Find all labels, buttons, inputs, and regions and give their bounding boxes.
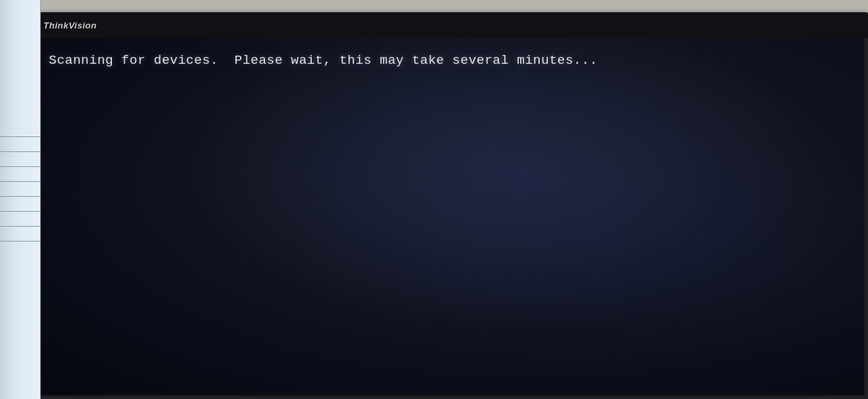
- monitor-top-bar: ThinkVision: [33, 12, 868, 38]
- paper-line: [0, 137, 41, 152]
- screen-glow: [37, 38, 864, 395]
- svg-point-2: [350, 323, 351, 324]
- paper-line: [0, 122, 41, 137]
- monitor-brand-logo: ThinkVision: [43, 20, 97, 31]
- svg-point-8: [566, 198, 566, 199]
- paper-line: [0, 227, 41, 242]
- paper-line: [0, 212, 41, 227]
- svg-point-9: [781, 323, 782, 324]
- monitor: ThinkVision Scanning for devices. Please…: [33, 12, 868, 399]
- screen-scratches: [37, 38, 864, 395]
- photo-wrapper: ThinkVision Scanning for devices. Please…: [0, 0, 868, 399]
- svg-line-5: [458, 263, 475, 288]
- svg-point-3: [698, 233, 699, 235]
- svg-point-4: [243, 359, 244, 360]
- monitor-screen: Scanning for devices. Please wait, this …: [37, 38, 864, 395]
- svg-point-1: [582, 298, 583, 299]
- paper-lines: [0, 122, 41, 242]
- paper-line: [0, 167, 41, 182]
- left-paper: [0, 0, 41, 399]
- paper-line: [0, 182, 41, 197]
- svg-line-6: [467, 288, 483, 305]
- svg-line-7: [277, 338, 285, 356]
- paper-line: [0, 152, 41, 167]
- scanning-message: Scanning for devices. Please wait, this …: [49, 53, 597, 68]
- svg-point-0: [466, 269, 467, 271]
- paper-line: [0, 197, 41, 212]
